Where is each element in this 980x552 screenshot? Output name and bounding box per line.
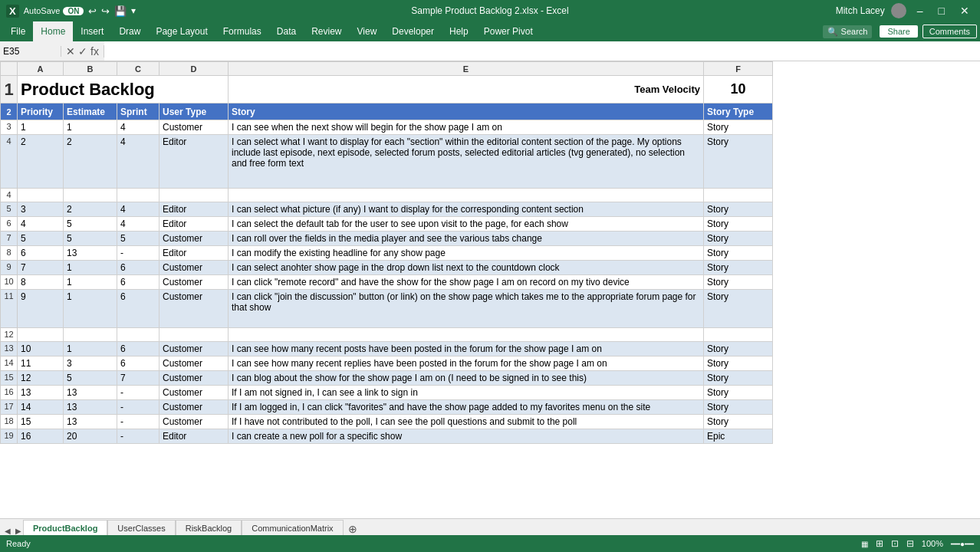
cell-estimate[interactable]: 1 [64,342,117,356]
sheet-tab-riskbacklog[interactable]: RiskBacklog [176,520,242,535]
cell-priority[interactable]: 11 [18,356,64,371]
cell-usertype[interactable]: Customer [159,386,229,400]
cell-storytype[interactable]: Story [704,290,773,328]
cell-priority[interactable]: 7 [18,261,64,275]
minimize-button[interactable]: – [913,5,928,17]
cell-sprint[interactable]: 4 [117,135,159,189]
row-header-8[interactable]: 7 [1,232,18,246]
name-box[interactable]: E35 [0,46,61,57]
cell-sprint[interactable]: 5 [117,232,159,246]
cell-storytype[interactable]: Story [704,261,773,275]
row-header-6[interactable]: 5 [1,202,18,217]
cell-usertype[interactable]: Editor [159,429,229,444]
cell-storytype[interactable]: Story [704,246,773,261]
cell-storytype[interactable]: Story [704,371,773,386]
product-backlog-title[interactable]: Product Backlog [18,76,229,104]
tab-review[interactable]: Review [304,21,349,41]
comments-button[interactable]: Comments [922,25,977,38]
tab-power-pivot[interactable]: Power Pivot [476,21,541,41]
cell-story[interactable]: I can see how many recent posts have bee… [229,342,704,356]
autosave-badge[interactable]: ON [63,7,84,15]
cell-story[interactable]: I can see when the next show will begin … [229,120,704,135]
close-button[interactable]: ✕ [955,5,974,17]
cell-story[interactable]: I can select the default tab for the use… [229,217,704,232]
cell-priority[interactable]: 8 [18,275,64,290]
cell-storytype[interactable] [704,189,773,202]
cell-usertype[interactable]: Customer [159,232,229,246]
row-header-10[interactable]: 9 [1,261,18,275]
cell-storytype[interactable]: Story [704,135,773,189]
save-icon[interactable]: 💾 [114,5,127,17]
cell-estimate[interactable]: 13 [64,400,117,415]
cell-storytype[interactable]: Story [704,120,773,135]
cell-story[interactable] [229,328,704,342]
cell-priority[interactable]: 13 [18,386,64,400]
cancel-formula-icon[interactable]: ✕ [66,45,75,58]
cell-usertype[interactable]: Customer [159,261,229,275]
cell-priority[interactable]: 9 [18,290,64,328]
cell-story[interactable]: If I am not signed in, I can see a link … [229,386,704,400]
tab-data[interactable]: Data [269,21,304,41]
cell-estimate[interactable]: 13 [64,415,117,429]
cell-story[interactable]: I can click "remote record" and have the… [229,275,704,290]
cell-estimate[interactable]: 2 [64,202,117,217]
row-header-1[interactable]: 1 [1,76,18,104]
page-break-view-icon[interactable]: ⊟ [906,538,914,549]
row-header-3[interactable]: 3 [1,120,18,135]
layout-view-icon[interactable]: ⊡ [891,538,899,549]
cell-priority[interactable]: 4 [18,217,64,232]
insert-function-icon[interactable]: fx [90,45,99,58]
cell-usertype[interactable]: Editor [159,135,229,189]
cell-usertype[interactable]: Customer [159,415,229,429]
cell-usertype[interactable]: Editor [159,217,229,232]
cell-story[interactable]: If I have not contributed to the poll, I… [229,415,704,429]
row-header-20[interactable]: 19 [1,429,18,444]
row-header-16[interactable]: 15 [1,371,18,386]
cell-priority[interactable] [18,328,64,342]
cell-sprint[interactable]: 7 [117,371,159,386]
cell-usertype[interactable]: Customer [159,356,229,371]
cell-estimate[interactable] [64,328,117,342]
cell-priority[interactable]: 6 [18,246,64,261]
undo-icon[interactable]: ↩ [88,5,97,17]
row-header-5[interactable]: 4 [1,189,18,202]
sheet-tab-productbacklog[interactable]: ProductBacklog [23,520,107,535]
cell-sprint[interactable]: - [117,246,159,261]
cell-sprint[interactable]: - [117,429,159,444]
cell-storytype[interactable]: Story [704,342,773,356]
tab-view[interactable]: View [350,21,385,41]
cell-usertype[interactable]: Customer [159,120,229,135]
tab-file[interactable]: File [3,21,33,41]
cell-storytype[interactable] [704,328,773,342]
cell-priority[interactable]: 5 [18,232,64,246]
cell-sprint[interactable]: 6 [117,261,159,275]
cell-sprint[interactable] [117,189,159,202]
cell-story[interactable]: I can create a new poll for a specific s… [229,429,704,444]
row-header-11[interactable]: 10 [1,275,18,290]
cell-estimate[interactable]: 20 [64,429,117,444]
cell-estimate[interactable]: 5 [64,371,117,386]
zoom-slider[interactable]: ━━●━━ [951,540,974,548]
cell-usertype[interactable]: Customer [159,371,229,386]
row-header-17[interactable]: 16 [1,386,18,400]
cell-storytype[interactable]: Story [704,356,773,371]
cell-sprint[interactable]: - [117,415,159,429]
row-header-4[interactable]: 4 [1,135,18,189]
cell-estimate[interactable] [64,189,117,202]
cell-sprint[interactable]: 6 [117,342,159,356]
row-header-13[interactable]: 12 [1,328,18,342]
cell-sprint[interactable]: - [117,400,159,415]
col-header-b[interactable]: B [64,62,117,76]
cell-usertype[interactable]: Customer [159,290,229,328]
cell-estimate[interactable]: 13 [64,246,117,261]
cell-storytype[interactable]: Epic [704,429,773,444]
cell-story[interactable] [229,189,704,202]
cell-story[interactable]: I can modify the existing headline for a… [229,246,704,261]
cell-story[interactable]: If I am logged in, I can click "favorite… [229,400,704,415]
formula-input[interactable] [104,41,980,61]
cell-storytype[interactable]: Story [704,217,773,232]
tab-help[interactable]: Help [442,21,476,41]
cell-usertype[interactable] [159,328,229,342]
cell-sprint[interactable]: 4 [117,120,159,135]
cell-priority[interactable]: 3 [18,202,64,217]
